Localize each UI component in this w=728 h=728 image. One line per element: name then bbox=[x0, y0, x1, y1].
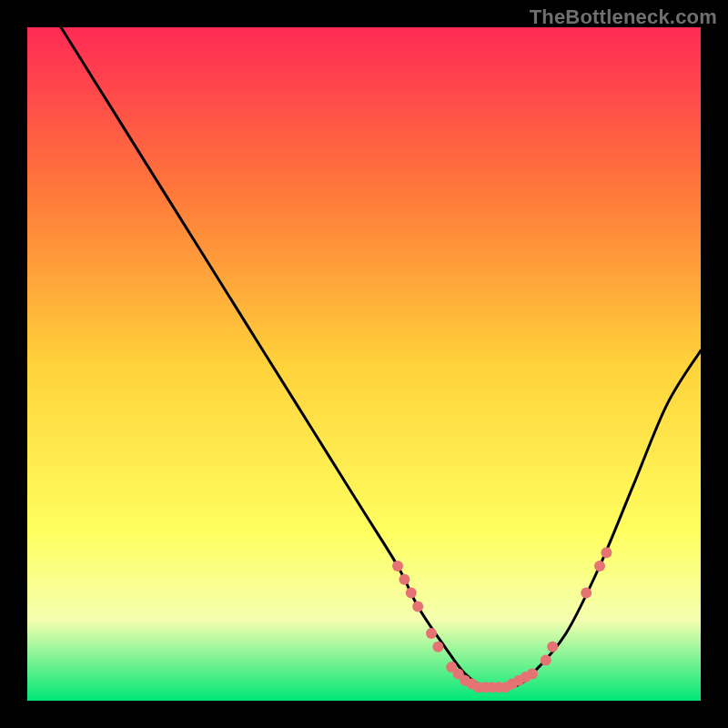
watermark-text: TheBottleneck.com bbox=[530, 5, 717, 29]
chart-frame bbox=[27, 27, 701, 701]
svg-rect-0 bbox=[27, 27, 701, 701]
chart-background-gradient bbox=[27, 27, 701, 701]
